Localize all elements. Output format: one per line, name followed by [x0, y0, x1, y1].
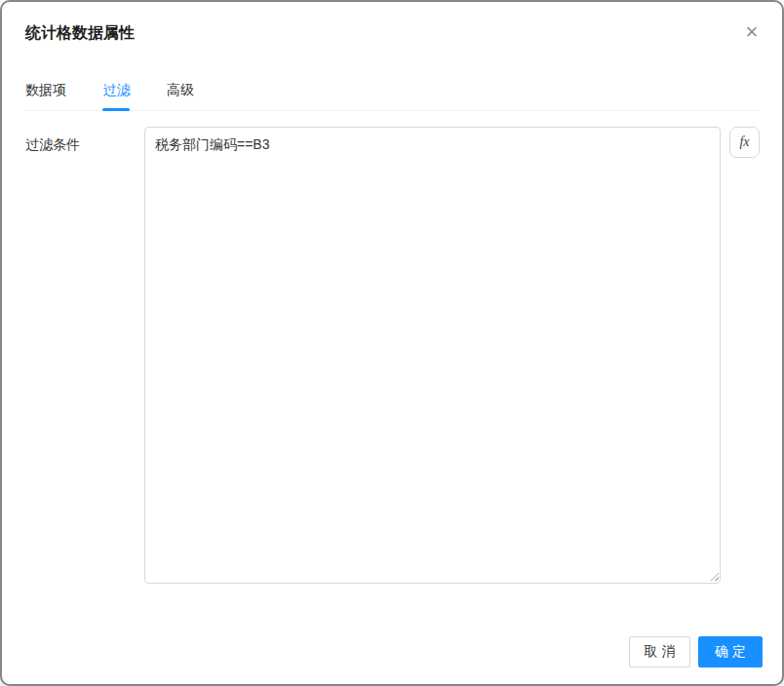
- cancel-button[interactable]: 取 消: [629, 636, 690, 667]
- filter-condition-field-wrap: 税务部门编码==B3: [144, 127, 721, 584]
- tab-data-items[interactable]: 数据项: [25, 80, 66, 110]
- tab-advanced[interactable]: 高级: [167, 80, 194, 110]
- dialog-title: 统计格数据属性: [25, 22, 135, 44]
- tab-filter[interactable]: 过滤: [102, 80, 130, 110]
- ok-button[interactable]: 确 定: [698, 636, 763, 667]
- dialog-statistic-cell-data-properties: 统计格数据属性 × 数据项 过滤 高级 过滤条件 税务部门编码==B3 fx 取…: [0, 0, 784, 686]
- close-icon[interactable]: ×: [739, 19, 764, 45]
- filter-condition-label: 过滤条件: [25, 134, 80, 154]
- tab-bar: 数据项 过滤 高级: [25, 80, 759, 111]
- filter-condition-input[interactable]: 税务部门编码==B3: [144, 127, 721, 584]
- formula-fx-button[interactable]: fx: [729, 127, 760, 158]
